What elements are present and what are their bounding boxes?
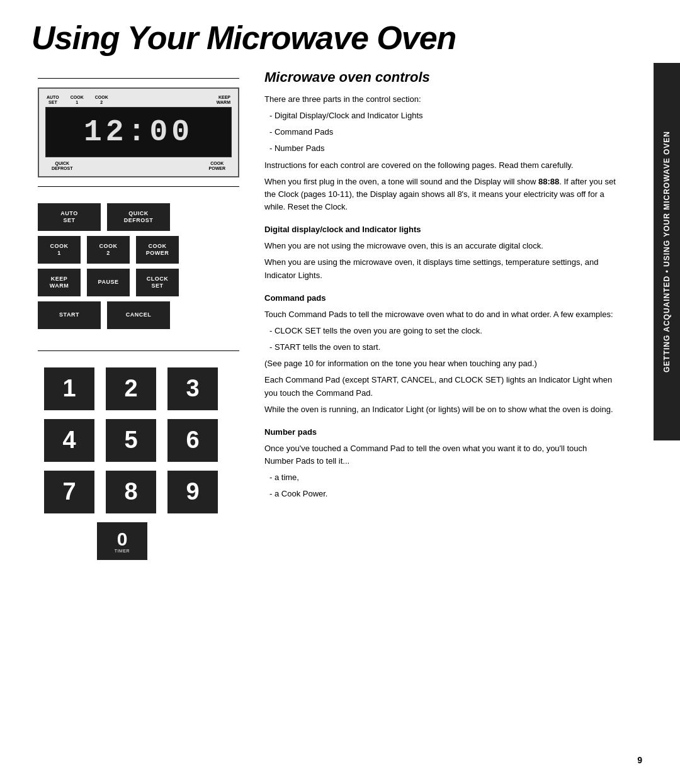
label-auto-set-2: SET <box>48 100 57 104</box>
divider-num <box>38 350 239 351</box>
keep-warm-button[interactable]: KEEPWARM <box>38 269 81 296</box>
num-row-0: 0 TIMER <box>38 522 239 560</box>
num-0-button[interactable]: 0 TIMER <box>97 522 147 560</box>
cook-power-button[interactable]: COOKPOWER <box>136 236 179 264</box>
digital-title: Digital display/clock and Indicator ligh… <box>264 223 617 236</box>
label-auto-set-1: AUTO <box>47 95 59 99</box>
number-list1: - a time, <box>264 471 617 484</box>
clock-set-button[interactable]: CLOCKSET <box>136 269 179 296</box>
num-2-button[interactable]: 2 <box>106 367 156 410</box>
command-pads-section: AUTOSET QUICKDEFROST COOK1 COOK2 COOKPOW… <box>38 196 239 342</box>
num-1-button[interactable]: 1 <box>44 367 94 410</box>
page-title: Using Your Microwave Oven <box>31 19 617 57</box>
command-para3: Each Command Pad (except START, CANCEL, … <box>264 374 617 399</box>
command-para4: While the oven is running, an Indicator … <box>264 403 617 416</box>
digital-para1: When you are not using the microwave ove… <box>264 240 617 252</box>
num-7-button[interactable]: 7 <box>44 471 94 513</box>
num-6-button[interactable]: 6 <box>167 419 218 462</box>
num-3-button[interactable]: 3 <box>167 367 218 410</box>
label-cook2-1: COOK <box>95 95 108 99</box>
intro-list2: - Command Pads <box>264 126 617 138</box>
sidebar-label: GETTING ACQUAINTED • USING YOUR MICROWAV… <box>654 63 680 440</box>
left-column: AUTO SET COOK 1 COOK 2 <box>38 69 239 569</box>
number-pads-section: 1 2 3 4 5 6 7 8 9 <box>38 360 239 560</box>
command-list2: - START tells the oven to start. <box>264 341 617 354</box>
display-bottom-labels: QUICK DEFROST COOK POWER <box>45 160 232 171</box>
num-5-button[interactable]: 5 <box>106 419 156 462</box>
label-keep-warm-2: WARM <box>217 100 230 104</box>
zero-sublabel: TIMER <box>115 549 130 553</box>
right-column: Microwave oven controls There are three … <box>264 69 617 505</box>
pad-row-3: KEEPWARM PAUSE CLOCKSET <box>38 269 239 296</box>
command-list1: - CLOCK SET tells the oven you are going… <box>264 325 617 337</box>
divider-top <box>38 78 239 79</box>
auto-set-button[interactable]: AUTOSET <box>38 203 101 231</box>
label-cook-power-2: POWER <box>209 166 225 171</box>
intro-para1: There are three parts in the control sec… <box>264 93 617 106</box>
start-button[interactable]: START <box>38 301 101 329</box>
label-cook1-2: 1 <box>76 100 78 104</box>
cook-2-button[interactable]: COOK2 <box>87 236 130 264</box>
cook-1-button[interactable]: COOK1 <box>38 236 81 264</box>
num-row-3: 7 8 9 <box>38 471 239 513</box>
command-title: Command pads <box>264 292 617 305</box>
num-8-button[interactable]: 8 <box>106 471 156 513</box>
label-cook1-1: COOK <box>71 95 84 99</box>
number-list2: - a Cook Power. <box>264 488 617 500</box>
cancel-button[interactable]: CANCEL <box>107 301 170 329</box>
display-panel: AUTO SET COOK 1 COOK 2 <box>38 87 239 177</box>
intro-list3: - Number Pads <box>264 142 617 155</box>
pause-button[interactable]: PAUSE <box>87 269 130 296</box>
page-number: 9 <box>637 755 642 765</box>
label-keep-warm-1: KEEP <box>218 95 230 99</box>
command-para2: (See page 10 for information on the tone… <box>264 357 617 370</box>
number-title: Number pads <box>264 426 617 439</box>
divider-mid <box>38 186 239 187</box>
pad-row-2: COOK1 COOK2 COOKPOWER <box>38 236 239 264</box>
num-row-2: 4 5 6 <box>38 419 239 462</box>
display-code: 88:88 <box>538 177 559 186</box>
digital-para2: When you are using the microwave oven, i… <box>264 256 617 281</box>
intro-para2: Instructions for each control are covere… <box>264 159 617 172</box>
pad-row-1: AUTOSET QUICKDEFROST <box>38 203 239 231</box>
label-cook-power-1: COOK <box>210 161 224 165</box>
display-screen: 12:00 <box>45 107 232 157</box>
pad-row-4: START CANCEL <box>38 301 239 329</box>
label-quick-defrost-1: QUICK <box>55 161 69 165</box>
num-4-button[interactable]: 4 <box>44 419 94 462</box>
label-cook2-2: 2 <box>100 100 103 104</box>
display-top-labels: AUTO SET COOK 1 COOK 2 <box>45 95 232 104</box>
num-9-button[interactable]: 9 <box>167 471 218 513</box>
section-heading: Microwave oven controls <box>264 69 617 86</box>
num-row-1: 1 2 3 <box>38 367 239 410</box>
command-para1: Touch Command Pads to tell the microwave… <box>264 308 617 321</box>
intro-list1: - Digital Display/Clock and Indicator Li… <box>264 109 617 122</box>
number-para1: Once you've touched a Command Pad to tel… <box>264 442 617 468</box>
intro-para3: When you first plug in the oven, a tone … <box>264 176 617 213</box>
label-quick-defrost-2: DEFROST <box>52 166 72 171</box>
quick-defrost-button[interactable]: QUICKDEFROST <box>107 203 170 231</box>
